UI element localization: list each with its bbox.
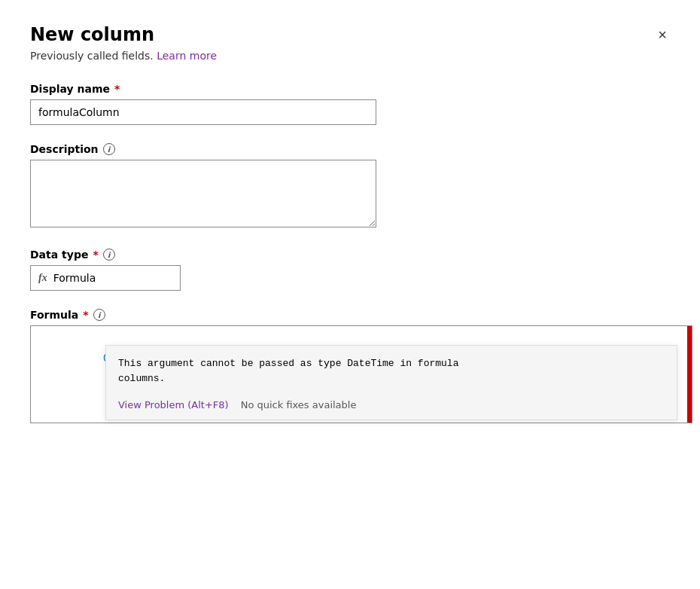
data-type-value: Formula bbox=[53, 272, 96, 284]
error-popup-message: This argument cannot be passed as type D… bbox=[106, 346, 677, 393]
formula-required: * bbox=[83, 309, 88, 321]
new-column-dialog: New column × Previously called fields. L… bbox=[0, 0, 700, 589]
description-input[interactable] bbox=[30, 160, 376, 227]
formula-label: Formula * i bbox=[30, 309, 670, 321]
learn-more-link[interactable]: Learn more bbox=[157, 50, 217, 62]
fx-icon: fx bbox=[38, 272, 47, 284]
no-quick-fixes-label: No quick fixes available bbox=[241, 399, 357, 410]
display-name-section: Display name * bbox=[30, 83, 670, 125]
error-popup-footer: View Problem (Alt+F8) No quick fixes ava… bbox=[106, 393, 677, 420]
display-name-input[interactable] bbox=[30, 99, 376, 125]
error-popup: This argument cannot be passed as type D… bbox=[105, 345, 677, 420]
dialog-header: New column × bbox=[30, 24, 670, 45]
data-type-label: Data type * i bbox=[30, 249, 670, 261]
description-info-icon: i bbox=[103, 143, 115, 155]
dialog-subtitle: Previously called fields. Learn more bbox=[30, 50, 670, 62]
display-name-required: * bbox=[114, 83, 120, 95]
description-label: Description i bbox=[30, 143, 670, 155]
data-type-info-icon: i bbox=[103, 249, 115, 261]
data-type-required: * bbox=[93, 249, 98, 261]
data-type-section: Data type * i fx Formula bbox=[30, 249, 670, 291]
description-section: Description i bbox=[30, 143, 670, 230]
close-button[interactable]: × bbox=[655, 24, 670, 45]
data-type-dropdown[interactable]: fx Formula bbox=[30, 265, 181, 291]
display-name-label: Display name * bbox=[30, 83, 670, 95]
view-problem-button[interactable]: View Problem (Alt+F8) bbox=[118, 399, 229, 410]
error-line-1: This argument cannot be passed as type D… bbox=[118, 356, 665, 371]
error-line-2: columns. bbox=[118, 371, 665, 386]
dialog-title: New column bbox=[30, 24, 154, 45]
formula-info-icon: i bbox=[93, 309, 105, 321]
error-bar bbox=[687, 326, 692, 423]
